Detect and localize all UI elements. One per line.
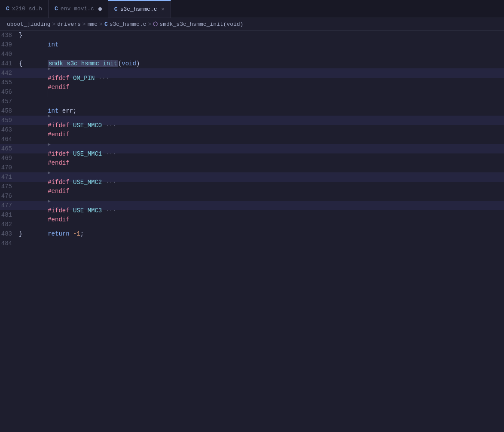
line-num-470: 470 bbox=[0, 163, 19, 172]
breadcrumb-part-2[interactable]: drivers bbox=[57, 21, 81, 28]
unsaved-dot bbox=[98, 7, 102, 11]
line-num-476: 476 bbox=[0, 191, 19, 201]
line-num-455: 455 bbox=[0, 78, 19, 87]
breadcrumb-sep-4: > bbox=[148, 21, 152, 28]
tab-bar: C x210_sd.h C env_movi.c C s3c_hsmmc.c ✕ bbox=[0, 0, 504, 18]
line-num-469: 469 bbox=[0, 153, 19, 163]
code-line-483: 483 } bbox=[0, 229, 504, 239]
line-num-484: 484 bbox=[0, 239, 19, 248]
line-num-463: 463 bbox=[0, 125, 19, 135]
tab-env-movi-c[interactable]: C env_movi.c bbox=[49, 0, 108, 18]
tab-x210-sd-h[interactable]: C x210_sd.h bbox=[0, 0, 49, 18]
line-num-477: 477 bbox=[0, 201, 19, 210]
line-num-471: 471 bbox=[0, 172, 19, 182]
c-file-icon-2: C bbox=[55, 6, 58, 12]
line-num-483: 483 bbox=[0, 229, 19, 239]
line-num-442: 442 bbox=[0, 68, 19, 78]
code-editor: 438 } 439 440 int smdk_s3c_hsmmc_init(vo… bbox=[0, 31, 504, 431]
tab-s3c-hsmmc-c[interactable]: C s3c_hsmmc.c ✕ bbox=[108, 0, 171, 18]
code-line-484: 484 bbox=[0, 239, 504, 248]
line-num-440: 440 bbox=[0, 49, 19, 59]
tab-label-2: env_movi.c bbox=[61, 6, 94, 12]
line-num-441: 441 bbox=[0, 59, 19, 68]
line-num-438: 438 bbox=[0, 31, 19, 40]
tab-label-1: x210_sd.h bbox=[12, 6, 42, 12]
line-num-464: 464 bbox=[0, 135, 19, 144]
line-num-458: 458 bbox=[0, 106, 19, 116]
c-file-icon-3: C bbox=[114, 6, 118, 12]
breadcrumb-c-icon: C bbox=[104, 21, 108, 28]
line-num-465: 465 bbox=[0, 144, 19, 153]
line-num-482: 482 bbox=[0, 220, 19, 229]
breadcrumb-part-3[interactable]: mmc bbox=[88, 21, 98, 28]
breadcrumb-part-4[interactable]: s3c_hsmmc.c bbox=[110, 21, 147, 28]
breadcrumb-fn-icon: ⬡ bbox=[153, 21, 158, 28]
c-file-icon-1: C bbox=[6, 6, 9, 12]
tab-close-button[interactable]: ✕ bbox=[162, 6, 165, 12]
breadcrumb-sep-1: > bbox=[52, 21, 55, 28]
code-area: 438 } 439 440 int smdk_s3c_hsmmc_init(vo… bbox=[0, 31, 504, 431]
breadcrumb-part-5[interactable]: smdk_s3c_hsmmc_init(void) bbox=[159, 21, 243, 28]
tab-label-3: s3c_hsmmc.c bbox=[120, 6, 157, 12]
breadcrumb-part-1[interactable]: uboot_jiuding bbox=[7, 21, 50, 28]
line-num-459: 459 bbox=[0, 116, 19, 125]
line-num-475: 475 bbox=[0, 182, 19, 191]
line-num-457: 457 bbox=[0, 97, 19, 106]
line-num-456: 456 bbox=[0, 87, 19, 97]
line-num-481: 481 bbox=[0, 210, 19, 220]
breadcrumb-sep-2: > bbox=[82, 21, 86, 28]
breadcrumb: uboot_jiuding > drivers > mmc > C s3c_hs… bbox=[0, 18, 504, 31]
code-line-482: 482 return -1; bbox=[0, 220, 504, 229]
breadcrumb-sep-3: > bbox=[99, 21, 103, 28]
line-num-439: 439 bbox=[0, 40, 19, 49]
